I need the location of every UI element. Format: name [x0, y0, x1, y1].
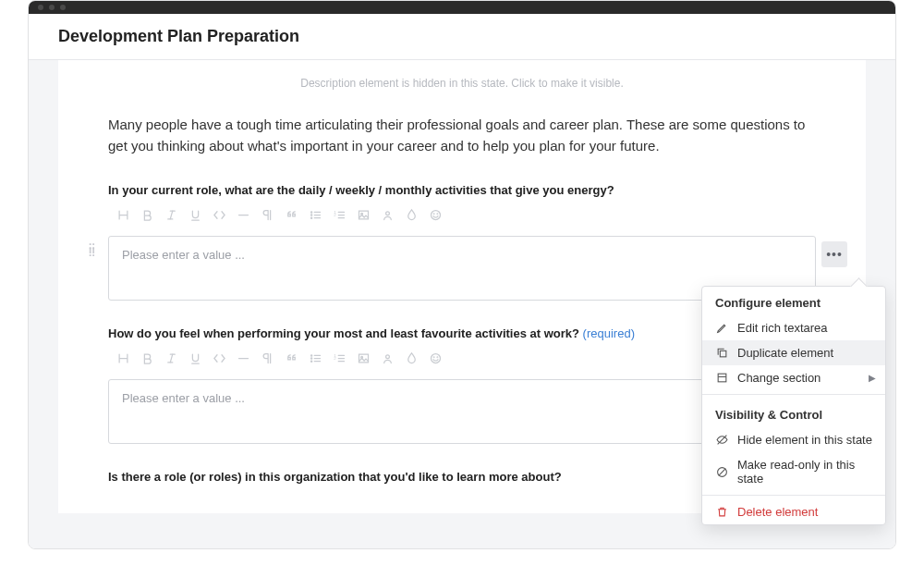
menu-item-label: Edit rich textarea: [737, 321, 828, 335]
paragraph-icon[interactable]: [260, 208, 274, 223]
smile-icon[interactable]: [428, 208, 443, 223]
bullet-list-icon[interactable]: [308, 208, 322, 223]
italic-icon[interactable]: [164, 351, 178, 366]
code-icon[interactable]: [212, 208, 226, 223]
svg-point-4: [310, 212, 311, 213]
svg-point-6: [310, 217, 311, 218]
heading-icon[interactable]: [116, 351, 130, 366]
quote-icon[interactable]: [284, 351, 298, 366]
menu-item-readonly[interactable]: Make read-only in this state: [702, 452, 885, 491]
svg-line-0: [170, 211, 173, 219]
italic-icon[interactable]: [164, 208, 178, 223]
hidden-description-placeholder[interactable]: Description element is hidden in this st…: [58, 60, 866, 114]
image-icon[interactable]: [356, 208, 371, 223]
svg-point-19: [433, 214, 434, 215]
section-icon: [715, 372, 728, 384]
menu-separator: [702, 394, 885, 395]
ordered-list-icon[interactable]: 12: [332, 351, 346, 366]
svg-point-41: [437, 357, 438, 358]
user-icon[interactable]: [380, 351, 395, 366]
paragraph-icon[interactable]: [260, 351, 274, 366]
code-icon[interactable]: [212, 351, 226, 366]
svg-point-25: [310, 355, 311, 356]
bullet-list-icon[interactable]: [308, 351, 322, 366]
more-options-button[interactable]: •••: [821, 241, 847, 267]
menu-item-change-section[interactable]: Change section ▶: [702, 365, 885, 390]
menu-separator: [702, 495, 885, 496]
ordered-list-icon[interactable]: 12: [332, 208, 346, 223]
duplicate-icon: [715, 347, 728, 359]
question-label: In your current role, what are the daily…: [108, 183, 816, 197]
svg-point-18: [431, 211, 440, 220]
eye-off-icon: [715, 434, 728, 446]
drop-icon[interactable]: [404, 208, 419, 223]
menu-item-label: Duplicate element: [737, 346, 833, 360]
menu-item-label: Delete element: [737, 505, 818, 519]
quote-icon[interactable]: [284, 208, 298, 223]
svg-text:2: 2: [334, 213, 336, 217]
svg-point-40: [433, 357, 434, 358]
app-window: Development Plan Preparation Description…: [28, 0, 896, 549]
rule-icon[interactable]: [236, 351, 250, 366]
prohibit-icon: [715, 466, 728, 478]
menu-item-label: Hide element in this state: [737, 433, 872, 447]
svg-line-47: [718, 468, 725, 475]
window-dot: [38, 5, 43, 10]
svg-point-5: [310, 215, 311, 215]
svg-rect-42: [720, 350, 726, 357]
pencil-icon: [715, 322, 728, 334]
menu-item-label: Change section: [737, 371, 821, 385]
svg-point-26: [310, 358, 311, 359]
smile-icon[interactable]: [428, 351, 443, 366]
required-tag: (required): [583, 326, 635, 340]
menu-section-title: Visibility & Control: [702, 399, 885, 427]
trash-icon: [715, 506, 728, 518]
question-block: In your current role, what are the daily…: [108, 183, 816, 301]
underline-icon[interactable]: [188, 351, 202, 366]
heading-icon[interactable]: [116, 208, 130, 223]
bold-icon[interactable]: [140, 208, 154, 223]
window-dot: [60, 5, 66, 10]
svg-point-20: [437, 214, 438, 215]
underline-icon[interactable]: [188, 208, 202, 223]
menu-item-edit[interactable]: Edit rich textarea: [702, 315, 885, 340]
intro-paragraph: Many people have a tough time articulati…: [108, 114, 816, 157]
svg-point-39: [431, 354, 440, 363]
menu-item-hide[interactable]: Hide element in this state: [702, 427, 885, 452]
svg-rect-36: [359, 354, 368, 363]
svg-rect-43: [718, 374, 726, 382]
menu-item-delete[interactable]: Delete element: [702, 499, 885, 524]
bold-icon[interactable]: [140, 351, 154, 366]
drag-handle-icon[interactable]: ⠿⠿: [88, 247, 94, 256]
window-titlebar: [29, 1, 895, 14]
element-context-menu: Configure element Edit rich textarea Dup…: [701, 286, 886, 525]
svg-line-21: [170, 354, 173, 363]
window-dot: [49, 5, 55, 10]
svg-point-17: [385, 212, 389, 215]
svg-point-27: [310, 361, 311, 362]
submenu-caret-icon: ▶: [869, 373, 876, 383]
page-title: Development Plan Preparation: [58, 27, 866, 46]
rich-text-toolbar[interactable]: 12: [108, 208, 816, 223]
drop-icon[interactable]: [404, 351, 419, 366]
page-header: Development Plan Preparation: [29, 14, 895, 60]
rule-icon[interactable]: [236, 208, 250, 223]
menu-section-title: Configure element: [702, 287, 885, 315]
menu-item-label: Make read-only in this state: [737, 458, 872, 486]
svg-point-38: [385, 355, 389, 359]
question-label-text: How do you feel when performing your mos…: [108, 326, 579, 340]
user-icon[interactable]: [380, 208, 395, 223]
svg-text:2: 2: [334, 356, 336, 361]
menu-item-duplicate[interactable]: Duplicate element: [702, 340, 885, 365]
svg-rect-15: [359, 211, 368, 219]
image-icon[interactable]: [356, 351, 371, 366]
